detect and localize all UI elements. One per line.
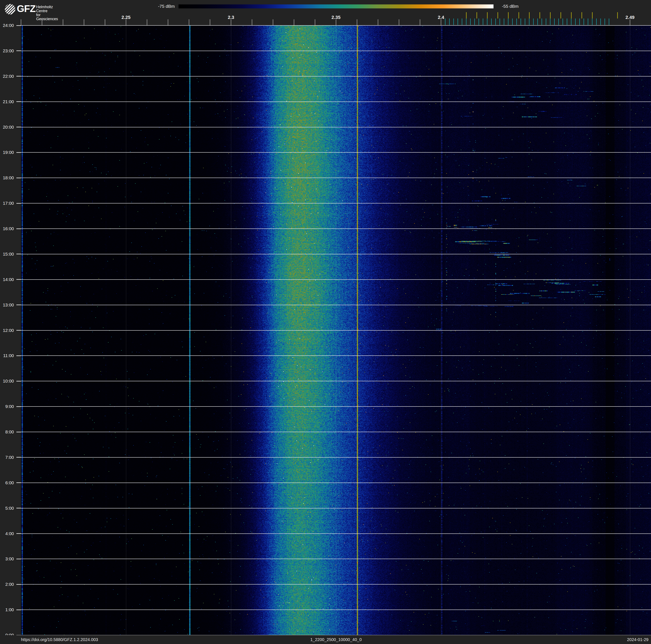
logo-acronym: GFZ (17, 3, 35, 14)
time-tick-label: 18:00 (0, 176, 14, 180)
colorbar-max-label: -55 dBm (502, 4, 531, 9)
time-tick-label: 2:00 (0, 582, 14, 587)
time-tick-label: 14:00 (0, 277, 14, 282)
time-tick-label: 22:00 (0, 74, 14, 79)
time-tick (17, 76, 21, 77)
time-tick (17, 178, 21, 178)
gfz-logo-globe-icon (5, 4, 16, 15)
logo-tagline-line2: for Geosciences (36, 13, 58, 21)
header-bar: GFZ Helmholtz Centre for Geosciences -75… (0, 0, 651, 25)
time-tick-label: 5:00 (0, 506, 14, 510)
time-tick-label: 21:00 (0, 99, 14, 104)
time-tick-label: 16:00 (0, 226, 14, 231)
time-tick (17, 127, 21, 127)
time-tick-label: 4:00 (0, 531, 14, 536)
time-tick-label: 19:00 (0, 150, 14, 155)
time-tick-label: 17:00 (0, 201, 14, 206)
time-tick-label: 9:00 (0, 404, 14, 409)
time-tick-label: 10:00 (0, 379, 14, 383)
dataset-id: 1_2200_2500_10000_40_0 (0, 637, 651, 642)
time-tick (17, 330, 21, 331)
spectrogram-canvas (21, 25, 651, 635)
time-tick-label: 11:00 (0, 353, 14, 358)
time-tick (17, 610, 21, 610)
footer-bar: https://doi.org/10.5880/GFZ.1.2.2024.003… (0, 635, 651, 644)
time-tick (17, 508, 21, 508)
time-tick (17, 457, 21, 458)
time-tick (17, 584, 21, 585)
time-tick-label: 8:00 (0, 430, 14, 434)
time-tick (17, 559, 21, 559)
time-tick (17, 152, 21, 153)
time-tick-label: 6:00 (0, 480, 14, 485)
time-tick (17, 279, 21, 280)
time-tick (17, 229, 21, 229)
colorbar-min-label: -75 dBm (147, 4, 175, 9)
time-tick (17, 406, 21, 407)
time-tick-label: 1:00 (0, 608, 14, 612)
time-tick-label: 20:00 (0, 125, 14, 129)
time-tick (17, 51, 21, 51)
time-tick-label: 23:00 (0, 49, 14, 53)
time-tick (17, 482, 21, 483)
time-tick (17, 203, 21, 204)
logo-tagline: Helmholtz Centre for Geosciences (36, 5, 58, 21)
time-tick-label: 13:00 (0, 303, 14, 307)
time-tick (17, 355, 21, 356)
time-tick (17, 432, 21, 432)
time-tick-label: 15:00 (0, 252, 14, 257)
time-tick (17, 101, 21, 102)
gfz-logo: GFZ Helmholtz Centre for Geosciences (5, 4, 16, 15)
time-tick-label: 7:00 (0, 455, 14, 460)
time-tick (17, 533, 21, 534)
logo-tagline-line1: Helmholtz Centre (36, 5, 53, 13)
power-colorbar (179, 4, 494, 8)
date-label: 2024-01-29 (627, 637, 649, 642)
time-tick (17, 381, 21, 381)
time-tick-label: 3:00 (0, 557, 14, 561)
spectrogram-page: GFZ Helmholtz Centre for Geosciences -75… (0, 0, 651, 644)
time-tick-label: 12:00 (0, 328, 14, 333)
time-tick (17, 304, 21, 305)
time-tick (17, 254, 21, 254)
